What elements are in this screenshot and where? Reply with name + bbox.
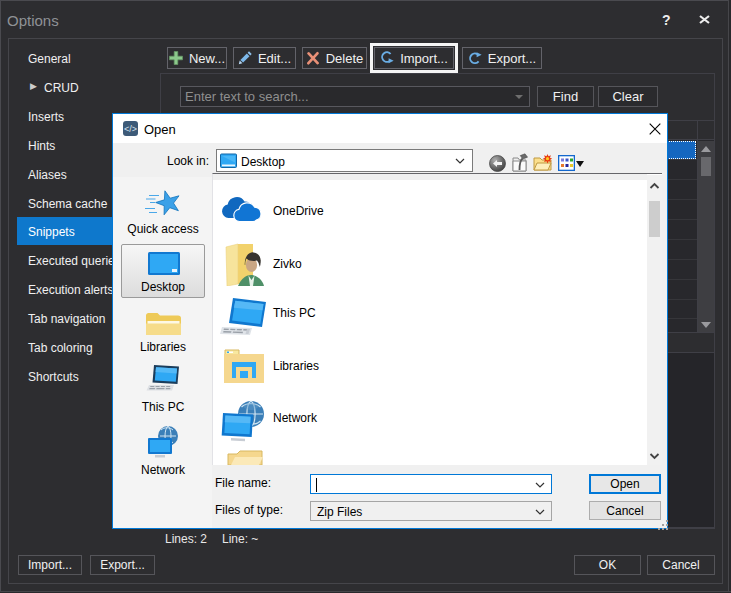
svg-text:</>: </> [124,124,137,134]
